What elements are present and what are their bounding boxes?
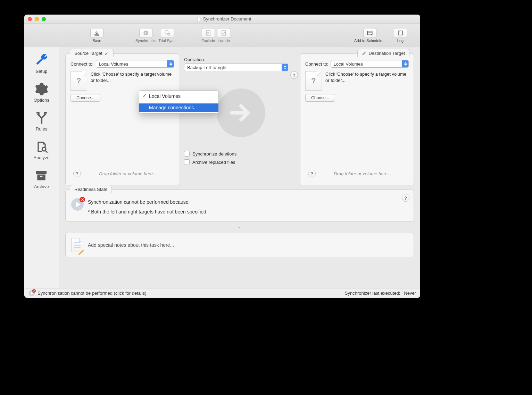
help-button[interactable]: ? [73, 170, 81, 177]
archive-icon [34, 169, 48, 183]
readiness-tab: Readiness State [70, 185, 112, 193]
archive-replaced-checkbox[interactable]: Archive replaced files [184, 159, 298, 165]
chevron-updown-icon [167, 60, 174, 67]
unknown-file-icon: ? [70, 71, 87, 91]
notes-placeholder: Add special notes about this task here..… [88, 242, 174, 248]
svg-rect-9 [36, 171, 47, 174]
readiness-panel: Readiness State ? ✕ Synchronization cann… [65, 190, 414, 222]
source-drag-hint: Drag folder or volume here... [84, 171, 171, 176]
source-connect-value: Local Volumes [99, 61, 128, 67]
readiness-error-icon: ✕ [71, 198, 84, 211]
sidebar-item-analyze[interactable]: Analyze [33, 140, 49, 160]
tool-include-label: Include [217, 39, 230, 43]
help-button[interactable]: ? [308, 170, 316, 177]
sidebar-analyze-label: Analyze [33, 155, 49, 160]
gear-icon [35, 82, 49, 96]
toolbar: Save Synchronize Trial Sync. Exclude Inc… [24, 24, 420, 47]
menu-item-manage-connections[interactable]: Manage connections... [139, 103, 218, 112]
destination-hint: Click 'Choose' to specify a target volum… [325, 71, 409, 84]
status-last-exec-label: Synchronizer last executed: [345, 291, 400, 296]
app-window: Synchronizer Document Save Synchronize T… [24, 15, 420, 298]
play-icon [143, 30, 149, 36]
archive-replaced-label: Archive replaced files [192, 160, 235, 165]
status-message[interactable]: Synchronization cannot be performed (cli… [38, 291, 148, 296]
sidebar-item-options[interactable]: Options [34, 82, 49, 103]
tool-log[interactable]: Log [394, 28, 407, 43]
operation-panel: Operation: Backup Left-to-right ? [179, 53, 300, 185]
source-choose-button[interactable]: Choose... [70, 94, 100, 102]
tool-trial-sync-label: Trial Sync. [159, 39, 177, 43]
window-title-text: Synchronizer Document [203, 16, 251, 22]
source-connect-dropdown[interactable]: Local Volumes [96, 60, 174, 68]
sidebar-item-setup[interactable]: Setup [35, 53, 49, 74]
tool-synchronize[interactable]: Synchronize [135, 28, 157, 43]
tool-log-label: Log [397, 39, 404, 43]
resize-grip[interactable]: ● [65, 226, 414, 229]
main-panel: Source Target Connect to: Local Volumes [59, 47, 420, 288]
destination-connect-dropdown[interactable]: Local Volumes [331, 60, 409, 68]
direction-arrow-icon [217, 89, 265, 137]
tool-exclude[interactable]: Exclude [201, 28, 215, 43]
chevron-updown-icon [402, 60, 408, 67]
pencil-icon[interactable] [362, 51, 366, 56]
error-badge-icon: ✕ [32, 289, 36, 293]
destination-choose-button[interactable]: Choose... [305, 94, 335, 102]
document-icon [196, 17, 201, 22]
trial-sync-icon [164, 30, 171, 36]
sidebar-archive-label: Archive [34, 184, 49, 189]
sync-deletions-checkbox[interactable]: Synchronize deletions [184, 151, 298, 157]
status-bar: ✕ Synchronization cannot be performed (c… [24, 288, 420, 298]
include-icon [221, 30, 227, 36]
titlebar: Synchronizer Document [24, 15, 420, 24]
sidebar-item-archive[interactable]: Archive [34, 169, 49, 189]
svg-rect-2 [165, 31, 168, 34]
tool-add-schedule[interactable]: Add to Schedule... [354, 28, 385, 43]
exclude-icon [205, 30, 211, 36]
svg-point-8 [42, 147, 46, 151]
operation-value: Backup Left-to-right [187, 65, 226, 70]
status-error-icon: ✕ [28, 290, 35, 296]
operation-dropdown[interactable]: Backup Left-to-right [184, 64, 288, 71]
notes-panel[interactable]: Add special notes about this task here..… [65, 233, 414, 257]
operation-label: Operation: [184, 57, 298, 62]
destination-tab-label: Destination Target [368, 51, 405, 56]
notes-icon [71, 238, 83, 252]
wrench-icon [35, 53, 49, 67]
analyze-icon [35, 140, 49, 154]
help-button[interactable]: ? [402, 194, 409, 202]
pencil-icon[interactable] [105, 51, 109, 56]
svg-rect-10 [38, 175, 45, 180]
menu-item-local-volumes[interactable]: Local Volumes [139, 92, 218, 100]
readiness-line1: Synchronization cannot be performed beca… [88, 198, 208, 206]
destination-connect-value: Local Volumes [334, 61, 363, 67]
unknown-file-icon: ? [305, 71, 322, 91]
tool-exclude-label: Exclude [201, 39, 215, 43]
tool-save-label: Save [92, 39, 101, 43]
error-badge-icon: ✕ [80, 197, 85, 202]
destination-drag-hint: Drag folder or volume here... [319, 171, 406, 176]
source-connect-menu: Local Volumes Manage connections... [139, 90, 219, 114]
source-hint: Click 'Choose' to specify a target volum… [91, 71, 174, 84]
menu-separator [139, 102, 218, 102]
log-icon [397, 30, 404, 36]
destination-tab: Destination Target [357, 49, 409, 57]
readiness-message: Synchronization cannot be performed beca… [88, 198, 208, 216]
svg-rect-0 [95, 34, 99, 35]
destination-target-panel: Destination Target Connect to: Local Vol… [300, 53, 414, 185]
sidebar-item-rules[interactable]: Rules [35, 111, 49, 132]
tool-trial-sync[interactable]: Trial Sync. [159, 28, 177, 43]
window-title: Synchronizer Document [27, 16, 420, 22]
chevron-updown-icon [282, 64, 288, 71]
sidebar-setup-label: Setup [36, 69, 48, 74]
help-button[interactable]: ? [290, 71, 298, 79]
tool-save[interactable]: Save [90, 28, 103, 43]
status-last-exec-value: Never [404, 291, 416, 296]
svg-rect-11 [40, 176, 43, 177]
destination-connect-label: Connect to: [305, 61, 329, 67]
source-connect-label: Connect to: [70, 61, 94, 67]
sidebar-rules-label: Rules [36, 126, 47, 132]
tool-add-schedule-label: Add to Schedule... [354, 39, 385, 43]
save-icon [94, 30, 100, 36]
body: Setup Options Rules Analyze Archive [24, 47, 420, 288]
tool-include[interactable]: Include [217, 28, 230, 43]
